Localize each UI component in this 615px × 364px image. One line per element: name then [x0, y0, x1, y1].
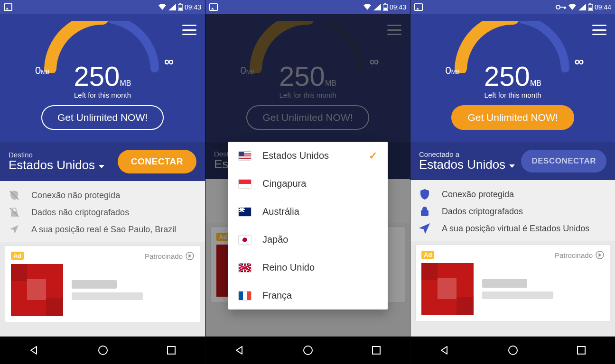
country-option-us[interactable]: Estados Unidos✓: [228, 142, 388, 170]
ad-text: [482, 279, 553, 299]
svg-rect-11: [383, 8, 387, 10]
country-option-au[interactable]: Austrália: [228, 198, 388, 226]
status-bar: 09:43: [0, 0, 205, 14]
svg-point-14: [556, 5, 560, 9]
nav-back-button[interactable]: [439, 345, 450, 356]
app-header: 0MB ∞ 250MB Left for this month Get Unli…: [205, 14, 410, 142]
usage-gauge: 0MB ∞ 250MB Left for this month: [451, 21, 575, 73]
flag-us-icon: [239, 152, 251, 160]
app-header: 0MB ∞ 250MB Left for this month Get Unli…: [410, 14, 615, 142]
svg-point-7: [99, 346, 107, 355]
connect-button[interactable]: CONECTAR: [118, 150, 196, 173]
svg-rect-10: [384, 3, 386, 4]
gauge-zero-unit: MB: [41, 69, 49, 75]
wifi-icon: [158, 4, 167, 10]
get-unlimited-button[interactable]: Get Unlimited NOW!: [451, 105, 574, 130]
android-nav-bar: [0, 337, 205, 364]
nav-home-button[interactable]: [302, 345, 314, 356]
svg-rect-15: [560, 7, 566, 8]
gauge-amount: 250: [74, 63, 120, 90]
hamburger-icon[interactable]: [387, 25, 401, 35]
signal-icon: [373, 4, 381, 10]
ad-badge: Ad: [421, 251, 434, 259]
svg-rect-21: [421, 210, 428, 216]
signal-icon: [168, 4, 176, 10]
gauge-zero: 0: [35, 64, 41, 76]
nav-home-button[interactable]: [97, 345, 109, 356]
ad-sponsored-label: Patrocinado: [145, 252, 183, 260]
status-row-connection: Conexão não protegida: [9, 190, 196, 201]
ad-sponsored-label: Patrocinado: [555, 251, 593, 259]
status-row-encryption: Dados não criptografados: [9, 207, 196, 218]
clock-text: 09:43: [390, 3, 406, 11]
ad-container: Ad Patrocinado: [0, 242, 205, 322]
flag-sg-icon: [239, 180, 251, 188]
status-bar: 09:43: [205, 0, 410, 14]
battery-icon: [383, 3, 388, 11]
status-bar: 09:44: [410, 0, 615, 14]
flag-uk-icon: [239, 264, 251, 272]
status-row-location: A sua posição virtual é Estados Unidos: [419, 223, 606, 234]
adchoices-icon[interactable]: [596, 251, 604, 259]
destination-dropdown[interactable]: Estados Unidos: [9, 158, 104, 173]
get-unlimited-button[interactable]: Get Unlimited NOW!: [246, 105, 369, 130]
gauge-subtitle: Left for this month: [74, 91, 131, 99]
phone-screen-1: 09:43 0MB ∞ 250MB Left for this month Ge…: [0, 0, 205, 364]
svg-rect-24: [578, 346, 585, 354]
phone-screen-3: 09:44 0MB ∞ 250MB Left for this month Ge…: [410, 0, 615, 364]
status-row-connection: Conexão protegida: [419, 189, 606, 200]
check-icon: ✓: [369, 150, 377, 162]
android-nav-bar: [205, 337, 410, 364]
country-option-uk[interactable]: Reino Unido: [228, 254, 388, 282]
country-option-sg[interactable]: Cingapura: [228, 170, 388, 198]
disconnect-button[interactable]: DESCONECTAR: [521, 150, 606, 173]
ad-content[interactable]: [11, 264, 194, 316]
svg-rect-16: [564, 7, 565, 9]
nav-recent-button[interactable]: [576, 345, 587, 355]
status-row-encryption: Dados criptografados: [419, 206, 606, 217]
nav-recent-button[interactable]: [166, 345, 177, 355]
nav-home-button[interactable]: [507, 345, 519, 356]
battery-icon: [588, 3, 593, 11]
nav-back-button[interactable]: [234, 345, 245, 356]
signal-icon: [578, 4, 586, 10]
chevron-down-icon: [99, 165, 104, 168]
usage-gauge: 0MB ∞ 250MB Left for this month: [41, 21, 164, 73]
picture-icon: [4, 3, 12, 11]
ad-container: Ad Patrocinado: [410, 241, 615, 321]
gauge-unit: MB: [120, 79, 131, 87]
connection-status-list: Conexão não protegida Dados não criptogr…: [0, 181, 205, 242]
flag-au-icon: [239, 208, 251, 216]
svg-rect-2: [178, 8, 182, 10]
hamburger-icon[interactable]: [182, 25, 196, 35]
svg-rect-1: [179, 3, 181, 4]
gauge-infinity: ∞: [164, 54, 174, 69]
svg-rect-8: [168, 346, 175, 354]
status-row-location: A sua posição real é Sao Paulo, Brazil: [9, 224, 196, 235]
country-option-jp[interactable]: Japão: [228, 226, 388, 254]
ad-thumbnail: [421, 263, 474, 315]
clock-text: 09:43: [185, 3, 201, 11]
ad-content[interactable]: [421, 263, 604, 315]
svg-rect-13: [373, 346, 380, 354]
vpn-key-icon: [556, 4, 566, 10]
nav-recent-button[interactable]: [371, 345, 382, 355]
svg-point-23: [509, 346, 517, 355]
adchoices-icon[interactable]: [186, 252, 194, 260]
clock-text: 09:44: [595, 3, 611, 11]
flag-jp-icon: [239, 236, 251, 244]
ad-badge: Ad: [216, 233, 229, 241]
usage-gauge: 0MB ∞ 250MB Left for this month: [246, 21, 370, 73]
ad-badge: Ad: [11, 252, 24, 260]
destination-dropdown[interactable]: Estados Unidos: [419, 157, 515, 172]
destination-row: Destino Estados Unidos CONECTAR: [0, 142, 205, 181]
ad-text: [72, 280, 143, 300]
country-option-fr[interactable]: França: [228, 282, 388, 309]
connection-status-list: Conexão protegida Dados criptografados A…: [410, 180, 615, 241]
wifi-icon: [363, 4, 372, 10]
nav-back-button[interactable]: [28, 345, 40, 356]
hamburger-icon[interactable]: [592, 25, 606, 35]
destination-row: Conectado a Estados Unidos DESCONECTAR: [410, 142, 615, 180]
wifi-icon: [568, 4, 577, 10]
get-unlimited-button[interactable]: Get Unlimited NOW!: [41, 105, 164, 130]
